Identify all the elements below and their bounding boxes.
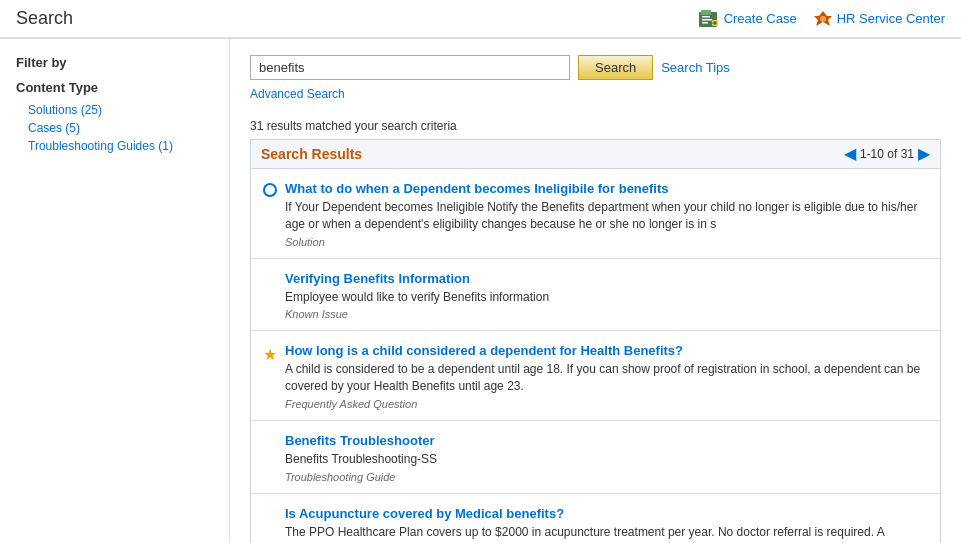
create-case-label: Create Case — [724, 11, 797, 26]
hr-service-label: HR Service Center — [837, 11, 945, 26]
result-item: ★ How long is a child considered a depen… — [251, 331, 940, 421]
create-case-icon — [698, 9, 720, 29]
result-snippet: If Your Dependent becomes Ineligible Not… — [285, 199, 928, 233]
svg-rect-2 — [702, 16, 710, 18]
result-body: How long is a child considered a depende… — [285, 343, 928, 410]
sidebar-item-solutions[interactable]: Solutions (25) — [16, 101, 213, 119]
header-actions: Create Case HR Service Center — [698, 9, 945, 29]
hr-service-icon — [813, 9, 833, 29]
main-layout: Filter by Content Type Solutions (25) Ca… — [0, 39, 961, 543]
search-input[interactable] — [250, 55, 570, 80]
page-header: Search Create Case HR Service Center — [0, 0, 961, 39]
result-item: Verifying Benefits Information Employee … — [251, 259, 940, 332]
result-type: Frequently Asked Question — [285, 398, 928, 410]
result-icon-blank — [263, 508, 277, 525]
result-item: Benefits Troubleshooter Benefits Trouble… — [251, 421, 940, 494]
content-area: Search Search Tips Advanced Search 31 re… — [230, 39, 961, 543]
filter-label: Filter by — [16, 55, 213, 70]
content-type-label: Content Type — [16, 80, 213, 95]
result-title[interactable]: Is Acupuncture covered by Medical benefi… — [285, 506, 928, 521]
result-title[interactable]: Benefits Troubleshooter — [285, 433, 928, 448]
result-body: Benefits Troubleshooter Benefits Trouble… — [285, 433, 928, 483]
svg-rect-4 — [702, 22, 708, 24]
hr-service-link[interactable]: HR Service Center — [813, 9, 945, 29]
result-body: Is Acupuncture covered by Medical benefi… — [285, 506, 928, 543]
result-icon-blank — [263, 435, 277, 452]
result-type: Solution — [285, 236, 928, 248]
svg-point-9 — [820, 16, 826, 22]
sidebar: Filter by Content Type Solutions (25) Ca… — [0, 39, 230, 543]
search-tips-link[interactable]: Search Tips — [661, 60, 730, 75]
result-list: What to do when a Dependent becomes Inel… — [250, 169, 941, 543]
result-icon-star: ★ — [263, 345, 277, 364]
result-type: Known Issue — [285, 308, 928, 320]
svg-rect-1 — [701, 10, 711, 15]
sidebar-item-troubleshooting[interactable]: Troubleshooting Guides (1) — [16, 137, 213, 155]
pagination-text: 1-10 of 31 — [860, 147, 914, 161]
result-item: Is Acupuncture covered by Medical benefi… — [251, 494, 940, 543]
prev-page-arrow[interactable]: ◀ — [844, 146, 856, 162]
page-title: Search — [16, 8, 73, 29]
result-title[interactable]: How long is a child considered a depende… — [285, 343, 928, 358]
result-title[interactable]: What to do when a Dependent becomes Inel… — [285, 181, 928, 196]
create-case-link[interactable]: Create Case — [698, 9, 797, 29]
sidebar-item-cases[interactable]: Cases (5) — [16, 119, 213, 137]
svg-rect-7 — [712, 22, 716, 23]
result-type: Troubleshooting Guide — [285, 471, 928, 483]
svg-rect-3 — [702, 19, 712, 21]
next-page-arrow[interactable]: ▶ — [918, 146, 930, 162]
result-snippet: Benefits Troubleshooting-SS — [285, 451, 928, 468]
results-header: Search Results ◀ 1-10 of 31 ▶ — [250, 139, 941, 169]
advanced-search-link[interactable]: Advanced Search — [250, 87, 345, 101]
result-icon-radio — [263, 183, 277, 200]
result-icon-blank — [263, 273, 277, 290]
search-button[interactable]: Search — [578, 55, 653, 80]
pagination: ◀ 1-10 of 31 ▶ — [844, 146, 930, 162]
result-snippet: Employee would like to verify Benefits i… — [285, 289, 928, 306]
result-snippet: The PPO Healthcare Plan covers up to $20… — [285, 524, 928, 543]
results-count: 31 results matched your search criteria — [250, 119, 941, 133]
result-snippet: A child is considered to be a dependent … — [285, 361, 928, 395]
results-title: Search Results — [261, 146, 362, 162]
result-body: What to do when a Dependent becomes Inel… — [285, 181, 928, 248]
search-bar-row: Search Search Tips — [250, 55, 941, 80]
result-item: What to do when a Dependent becomes Inel… — [251, 169, 940, 259]
result-title[interactable]: Verifying Benefits Information — [285, 271, 928, 286]
result-body: Verifying Benefits Information Employee … — [285, 271, 928, 321]
